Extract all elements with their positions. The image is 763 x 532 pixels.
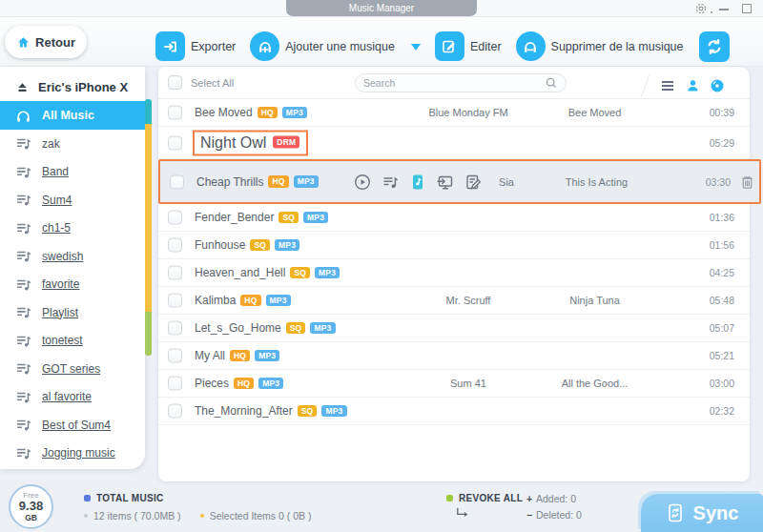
format-badge: MP3 <box>321 405 346 418</box>
song-title-wrap: Kalimba HQ MP3 <box>195 294 291 307</box>
export-icon <box>155 31 185 61</box>
total-music-dot <box>84 495 91 501</box>
song-title: The_Morning_After <box>195 404 293 418</box>
table-row[interactable]: Cheap Thrills HQ MP3 Sia This Is Acting … <box>158 159 761 204</box>
revoke-arrow-icon[interactable] <box>455 507 469 519</box>
sidebar-item-band[interactable]: Band <box>0 158 145 187</box>
song-duration: 02:32 <box>710 405 734 417</box>
sync-button[interactable]: Sync <box>641 494 763 532</box>
sync-changes-block: +Added: 0 −Deleted: 0 <box>526 493 582 521</box>
device-name: Eric's iPhone X <box>38 80 128 94</box>
song-duration: 05:07 <box>710 322 734 334</box>
playlist-icon <box>15 333 31 349</box>
row-checkbox[interactable] <box>168 321 182 336</box>
add-music-label: Ajouter une musique <box>285 40 395 53</box>
delete-icon[interactable] <box>739 174 755 190</box>
row-checkbox[interactable] <box>168 211 182 225</box>
row-checkbox[interactable] <box>168 106 182 120</box>
add-music-dropdown-icon[interactable] <box>411 44 421 55</box>
sidebar-item-favorite[interactable]: favorite <box>0 271 145 299</box>
sidebar-item-got-series[interactable]: GOT series <box>0 355 145 383</box>
remove-music-button[interactable]: Supprimer de la musique <box>516 31 684 61</box>
sidebar-item-swedish[interactable]: swedish <box>0 242 145 271</box>
app-window: Music Manager Retour Exporter Ajouter un… <box>0 0 763 532</box>
song-artist: Sia <box>485 176 528 188</box>
export-to-pc-icon[interactable] <box>437 174 454 191</box>
added-plus-icon: + <box>526 493 536 504</box>
row-checkbox[interactable] <box>168 266 182 280</box>
table-row[interactable]: Heaven_and_Hell SQ MP3 04:25 <box>158 259 750 287</box>
refresh-button[interactable] <box>699 31 730 62</box>
revoke-all-label[interactable]: REVOKE ALL <box>459 493 523 503</box>
sidebar-item-playlist[interactable]: Playlist <box>0 298 145 327</box>
row-checkbox[interactable] <box>168 135 182 150</box>
song-title-wrap: Cheap Thrills HQ MP3 <box>196 175 319 189</box>
sidebar-item-all-music[interactable]: All Music <box>0 101 145 130</box>
song-title-wrap: Pieces HQ MP3 <box>195 377 283 390</box>
titlebar: Music Manager <box>0 0 763 17</box>
table-row[interactable]: Kalimba HQ MP3 Mr. Scruff Ninja Tuna 05:… <box>158 287 750 315</box>
row-checkbox[interactable] <box>168 294 182 308</box>
eject-icon[interactable] <box>15 80 30 94</box>
row-checkbox[interactable] <box>168 349 182 363</box>
refresh-icon <box>705 37 724 56</box>
table-row[interactable]: Pieces HQ MP3 Sum 41 All the Good... 03:… <box>158 370 750 398</box>
artist-view-icon[interactable] <box>685 78 700 93</box>
song-title-wrap: Funhouse SQ MP3 <box>195 238 299 252</box>
song-duration: 03:00 <box>710 378 734 389</box>
sidebar-item-al-favorite[interactable]: al favorite <box>0 383 145 412</box>
album-view-icon[interactable] <box>710 78 725 93</box>
sidebar-item-best-of-sum4[interactable]: Best of Sum4 <box>0 411 145 440</box>
song-duration: 05:48 <box>710 295 734 306</box>
to-device-icon[interactable] <box>409 174 426 191</box>
song-album: All the Good... <box>526 378 664 389</box>
deleted-minus-icon: − <box>526 509 536 521</box>
deleted-count: Deleted: 0 <box>536 509 582 521</box>
export-button[interactable]: Exporter <box>155 31 236 61</box>
row-checkbox[interactable] <box>168 377 182 391</box>
add-to-playlist-icon[interactable] <box>382 174 399 191</box>
play-icon[interactable] <box>354 174 371 191</box>
select-all-checkbox[interactable] <box>168 75 182 90</box>
table-row[interactable]: The_Morning_After SQ MP3 02:32 <box>158 398 750 425</box>
sidebar-item-tonetest[interactable]: tonetest <box>0 327 145 356</box>
edit-icon <box>435 31 464 61</box>
format-badge: MP3 <box>258 378 283 390</box>
table-row[interactable]: Bee Moved HQ MP3 Blue Monday FM Bee Move… <box>158 99 750 127</box>
sidebar-item-sum4[interactable]: Sum4 <box>0 186 145 215</box>
back-button[interactable]: Retour <box>5 26 87 58</box>
search-input[interactable] <box>363 77 545 89</box>
song-duration: 03:30 <box>706 176 731 188</box>
playlist-icon <box>15 192 31 208</box>
gear-icon[interactable] <box>694 2 708 15</box>
table-row[interactable]: Fender_Bender SQ MP3 01:36 <box>158 204 750 232</box>
song-album: This Is Acting <box>527 176 666 188</box>
table-row[interactable]: Let_s_Go_Home SQ MP3 05:07 <box>158 315 750 342</box>
maximize-icon[interactable] <box>742 4 752 13</box>
table-row[interactable]: My All HQ MP3 05:21 <box>158 342 750 370</box>
list-view-icon[interactable] <box>660 78 675 93</box>
edit-button[interactable]: Editer <box>435 31 502 61</box>
sidebar-item-jogging-music[interactable]: Jogging music <box>0 440 145 468</box>
selected-count: Selected Items 0 ( 0B ) <box>210 510 312 522</box>
quality-badge: HQ <box>240 295 260 307</box>
row-checkbox[interactable] <box>168 238 182 253</box>
song-title: Kalimba <box>195 294 236 307</box>
total-music-block: TOTAL MUSIC 12 items ( 70.0MB ) Selected… <box>84 493 311 522</box>
row-checkbox[interactable] <box>170 174 184 189</box>
sidebar-item-ch1-5[interactable]: ch1-5 <box>0 215 145 243</box>
song-title-wrap: Let_s_Go_Home SQ MP3 <box>195 321 336 335</box>
edit-song-icon[interactable] <box>464 174 482 191</box>
minimize-icon[interactable] <box>719 9 729 10</box>
song-title-wrap: The_Morning_After SQ MP3 <box>195 404 347 418</box>
format-badge: MP3 <box>315 267 340 279</box>
add-music-button[interactable]: Ajouter une musique <box>250 31 395 61</box>
row-checkbox[interactable] <box>168 404 182 419</box>
table-row[interactable]: Night Owl DRM 05:29 <box>158 127 750 159</box>
table-row[interactable]: Funhouse SQ MP3 01:56 <box>158 232 750 259</box>
search-icon[interactable] <box>545 76 558 90</box>
sidebar-item-zak[interactable]: zak <box>0 130 145 158</box>
song-rows: Bee Moved HQ MP3 Blue Monday FM Bee Move… <box>158 99 750 425</box>
sidebar-item-label: favorite <box>42 277 79 291</box>
sidebar-scrollbar[interactable] <box>145 99 152 356</box>
